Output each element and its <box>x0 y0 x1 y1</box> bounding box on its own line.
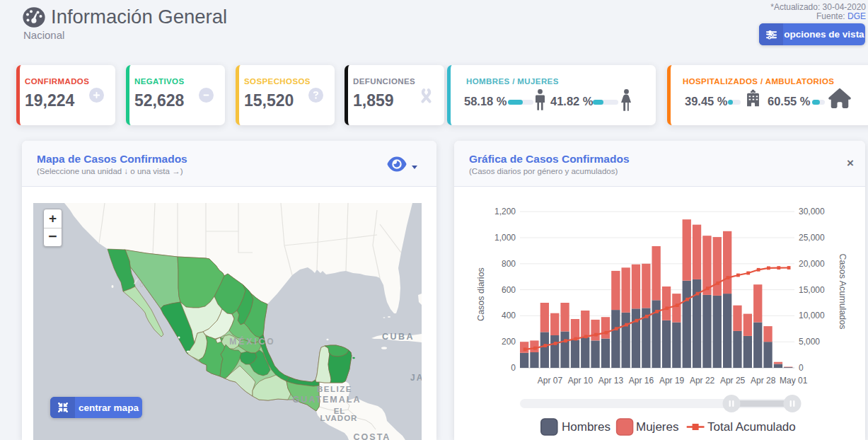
svg-text:200: 200 <box>502 337 516 347</box>
svg-text:20,000: 20,000 <box>799 259 825 269</box>
svg-text:Apr 16: Apr 16 <box>629 376 654 386</box>
svg-text:Apr 07: Apr 07 <box>538 376 563 386</box>
svg-text:GUATEMALA: GUATEMALA <box>293 395 361 405</box>
svg-text:BELIZE: BELIZE <box>317 385 352 393</box>
svg-text:400: 400 <box>502 311 516 320</box>
svg-text:Casos diarios: Casos diarios <box>476 267 486 321</box>
svg-text:Hombres: Hombres <box>562 420 611 434</box>
svg-text:May 01: May 01 <box>780 376 808 386</box>
svg-text:5,000: 5,000 <box>799 337 820 347</box>
svg-text:MÉXICO: MÉXICO <box>229 336 275 347</box>
svg-text:0: 0 <box>799 363 804 373</box>
svg-text:Apr 10: Apr 10 <box>568 376 594 386</box>
svg-text:Apr 22: Apr 22 <box>690 376 715 386</box>
svg-text:LVADOR: LVADOR <box>320 414 358 422</box>
svg-text:1,000: 1,000 <box>494 233 516 243</box>
svg-text:15,000: 15,000 <box>799 285 825 295</box>
svg-text:800: 800 <box>502 259 516 269</box>
svg-text:JAM: JAM <box>410 373 422 383</box>
svg-text:CUBA: CUBA <box>382 332 415 342</box>
svg-text:Total Acumulado: Total Acumulado <box>707 420 796 434</box>
svg-text:Mujeres: Mujeres <box>636 420 678 434</box>
svg-text:Apr 13: Apr 13 <box>598 376 624 386</box>
svg-text:25,000: 25,000 <box>799 233 825 243</box>
svg-text:600: 600 <box>502 285 516 295</box>
svg-text:COSTA: COSTA <box>354 432 391 440</box>
svg-text:Apr 19: Apr 19 <box>659 376 685 386</box>
svg-text:1,200: 1,200 <box>494 207 516 216</box>
svg-text:Casos Acumulados: Casos Acumulados <box>838 253 847 329</box>
svg-text:0: 0 <box>511 363 516 373</box>
svg-text:Apr 25: Apr 25 <box>720 376 746 386</box>
svg-text:30,000: 30,000 <box>799 207 825 216</box>
svg-text:Apr 28: Apr 28 <box>751 376 776 386</box>
svg-text:10,000: 10,000 <box>799 311 825 320</box>
